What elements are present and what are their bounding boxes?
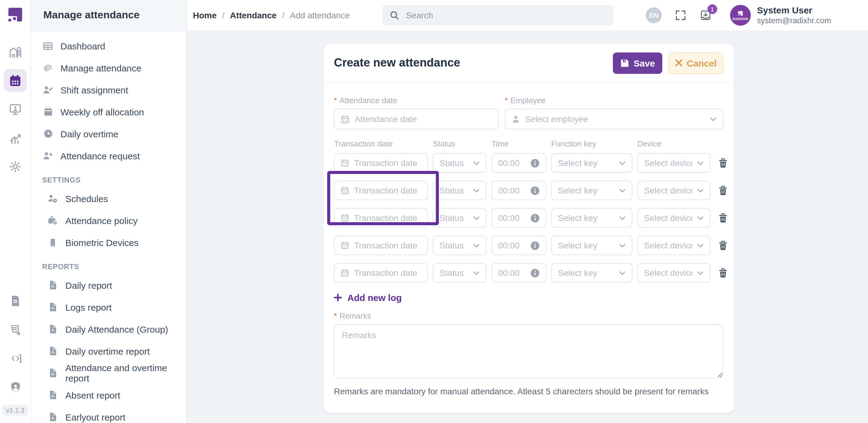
time-input[interactable]: 00:00 [491,153,546,173]
sidebar-item-absent-report[interactable]: Absent report [31,384,186,406]
calendar-icon [42,107,54,117]
sidebar-item-manage-attendance[interactable]: Manage attendance [31,57,186,79]
user-info[interactable]: System User system@radixhr.com [757,4,831,27]
sidebar-item-dashboard[interactable]: Dashboard [31,35,186,57]
cancel-button[interactable]: Cancel [669,52,723,73]
sidebar-item-label: Absent report [65,390,120,400]
sidebar-item-biometric-devices[interactable]: Biometric Devices [31,231,186,253]
delete-log-row-button[interactable] [715,213,730,223]
chevron-down-icon [619,187,626,194]
search-input[interactable] [405,10,607,21]
document-icon[interactable] [4,289,27,312]
log-row: Transaction date Status 00:00 Select key [334,208,723,228]
sidebar-item-schedules[interactable]: Schedules [31,187,186,209]
status-select[interactable]: Status [433,208,487,228]
delete-log-row-button[interactable] [715,268,730,278]
device-select[interactable]: Select device [637,208,711,228]
breadcrumb-home[interactable]: Home [193,10,217,20]
sidebar-item-label: Biometric Devices [65,237,138,247]
function-key-select[interactable]: Select key [551,181,632,200]
sidebar-item-weekly-off-allocation[interactable]: Weekly off allocation [31,101,186,123]
calendar-icon [341,159,349,167]
column-header-time: Time [491,139,546,148]
add-new-log-button[interactable]: Add new log [334,292,402,303]
sidebar-item-label: Daily report [65,280,112,290]
transaction-date-input[interactable]: Transaction date [334,208,428,228]
monitor-user-icon[interactable] [4,98,27,121]
sidebar-item-shift-assignment[interactable]: Shift assignment [31,79,186,101]
radix-logo[interactable] [6,5,24,24]
employee-select[interactable]: Select employee [505,109,723,129]
fullscreen-icon[interactable] [675,10,686,21]
time-input[interactable]: 00:00 [491,263,546,282]
sidebar-item-daily-report[interactable]: Daily report [31,274,186,296]
search-bar[interactable] [382,5,614,26]
remarks-helper-text: Remarks are mandatory for manual attenda… [334,386,723,396]
transaction-date-input[interactable]: Transaction date [334,236,428,255]
remarks-textarea[interactable] [334,324,723,379]
gear-icon[interactable] [4,155,27,178]
building-icon[interactable] [4,40,27,63]
transaction-date-input[interactable]: Transaction date [334,153,428,173]
primary-fields-row: * Attendance date Attend [334,90,723,129]
save-icon [620,58,629,67]
device-select[interactable]: Select device [637,236,711,255]
sidebar-item-attendance-and-overtime-report[interactable]: Attendance and overtime report [31,362,186,384]
sidebar-item-attendance-policy[interactable]: Attendance policy [31,209,186,231]
sidebar-item-earlyout-report[interactable]: Earlyout report [31,406,186,423]
sidebar-item-daily-attendance-group[interactable]: Daily Attendance (Group) [31,318,186,340]
transaction-date-input[interactable]: Transaction date [334,263,428,282]
calendar-icon[interactable] [4,69,27,92]
log-row: Transaction date Status 00:00 Select key [334,236,723,255]
save-button[interactable]: Save [613,52,662,73]
status-select[interactable]: Status [433,236,487,255]
device-select[interactable]: Select device [637,263,711,282]
sidebar-item-label: Daily overtime [60,128,118,139]
user-brand-avatar[interactable]: RADIXHR [730,5,751,26]
function-key-select[interactable]: Select key [551,236,632,255]
status-select[interactable]: Status [433,153,487,173]
plus-icon [334,294,342,302]
transaction-date-input[interactable]: Transaction date [334,181,428,200]
chart-icon[interactable] [4,126,27,150]
sidebar-item-label: Weekly off allocation [60,107,144,117]
time-input[interactable]: 00:00 [491,181,546,200]
function-key-select[interactable]: Select key [551,208,632,228]
attendance-date-input[interactable]: Attendance date [334,109,499,129]
time-input[interactable]: 00:00 [491,208,546,228]
sidebar-item-label: Attendance policy [65,215,138,225]
status-select[interactable]: Status [433,181,487,200]
sidebar-item-label: Shift assignment [60,85,128,95]
add-new-log-label: Add new log [347,292,402,303]
sidebar-item-daily-overtime[interactable]: Daily overtime [31,123,186,145]
chevron-down-icon [473,242,480,249]
language-badge[interactable]: EN [646,7,662,23]
time-input[interactable]: 00:00 [491,236,546,255]
delete-log-row-button[interactable] [715,186,730,195]
code-icon[interactable] [4,347,27,370]
briefcase-clock-icon [47,215,59,225]
shield-user-icon[interactable] [4,375,27,399]
function-key-select[interactable]: Select key [551,263,632,282]
topbar-actions: EN 1 [646,0,831,31]
inbox-download-icon[interactable]: 1 [700,9,712,21]
device-select[interactable]: Select device [637,181,711,200]
receipt-icon[interactable] [4,318,27,341]
attendance-date-placeholder: Attendance date [355,114,417,124]
status-select[interactable]: Status [433,263,487,282]
breadcrumb-attendance[interactable]: Attendance [230,10,277,20]
user-email: system@radixhr.com [757,16,831,27]
sidebar-item-daily-overtime-report[interactable]: Daily overtime report [31,340,186,362]
sidebar-item-attendance-request[interactable]: Attendance request [31,145,186,167]
sidebar-item-label: Daily Attendance (Group) [65,324,168,334]
required-marker: * [505,96,508,105]
delete-log-row-button[interactable] [715,241,730,250]
delete-log-row-button[interactable] [715,158,730,168]
sidebar-item-logs-report[interactable]: Logs report [31,296,186,318]
chevron-down-icon [619,160,626,166]
chevron-down-icon [697,187,704,194]
function-key-select[interactable]: Select key [551,153,632,173]
device-select[interactable]: Select device [637,153,711,173]
brand-avatar-text: RADIXHR [733,17,748,21]
info-icon [530,241,539,250]
